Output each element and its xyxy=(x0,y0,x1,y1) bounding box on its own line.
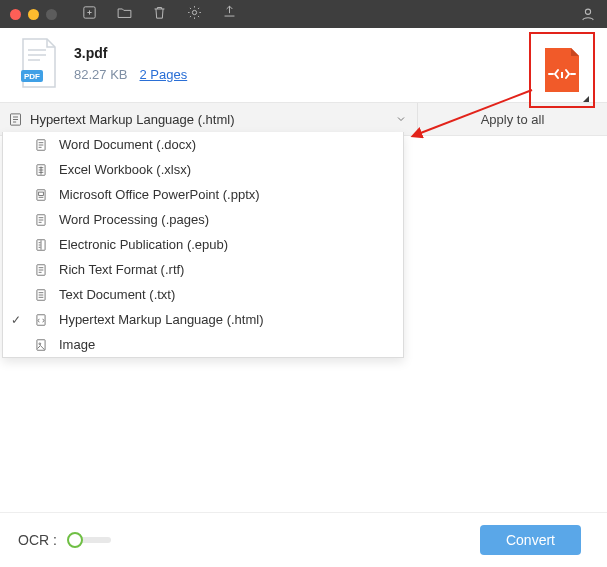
format-option-label: Hypertext Markup Language (.html) xyxy=(59,312,393,327)
filetype-icon xyxy=(33,288,49,302)
svg-rect-9 xyxy=(37,189,45,200)
footer: OCR : Convert xyxy=(0,512,607,567)
add-folder-icon[interactable] xyxy=(116,4,133,25)
account-icon[interactable] xyxy=(579,5,597,27)
format-option-label: Word Processing (.pages) xyxy=(59,212,393,227)
delete-icon[interactable] xyxy=(151,4,168,25)
pdf-file-icon: PDF xyxy=(18,38,60,88)
svg-rect-10 xyxy=(39,192,44,196)
add-file-icon[interactable] xyxy=(81,4,98,25)
svg-point-17 xyxy=(39,342,41,344)
file-row: PDF 3.pdf 82.27 KB 2 Pages xyxy=(0,28,607,102)
filetype-icon xyxy=(33,313,49,327)
format-option-rtf[interactable]: Rich Text Format (.rtf) xyxy=(3,257,403,282)
format-option-label: Text Document (.txt) xyxy=(59,287,393,302)
filetype-icon xyxy=(33,163,49,177)
svg-rect-5 xyxy=(561,72,563,78)
file-name: 3.pdf xyxy=(74,45,187,61)
format-option-label: Word Document (.docx) xyxy=(59,137,393,152)
toggle-knob xyxy=(67,532,83,548)
svg-text:PDF: PDF xyxy=(24,72,40,81)
svg-point-2 xyxy=(585,9,590,14)
format-type-icon xyxy=(0,112,30,127)
format-option-image[interactable]: Image xyxy=(3,332,403,357)
filetype-icon xyxy=(33,138,49,152)
filetype-icon xyxy=(33,263,49,277)
format-option-docx[interactable]: Word Document (.docx) xyxy=(3,132,403,157)
check-icon: ✓ xyxy=(9,313,23,327)
file-size: 82.27 KB xyxy=(74,67,128,82)
file-meta: 3.pdf 82.27 KB 2 Pages xyxy=(74,45,187,82)
toolbar-icons xyxy=(81,4,238,25)
format-option-txt[interactable]: Text Document (.txt) xyxy=(3,282,403,307)
format-option-label: Electronic Publication (.epub) xyxy=(59,237,393,252)
page-count-link[interactable]: 2 Pages xyxy=(140,67,188,82)
titlebar xyxy=(0,0,607,28)
filetype-icon xyxy=(33,213,49,227)
chevron-down-icon xyxy=(385,113,417,125)
ocr-toggle[interactable] xyxy=(67,532,113,548)
filetype-icon xyxy=(33,238,49,252)
ocr-control: OCR : xyxy=(18,532,113,548)
convert-button[interactable]: Convert xyxy=(480,525,581,555)
format-bar: Hypertext Markup Language (.html) Apply … xyxy=(0,102,607,136)
format-dropdown: Word Document (.docx) Excel Workbook (.x… xyxy=(2,132,404,358)
format-option-label: Rich Text Format (.rtf) xyxy=(59,262,393,277)
format-option-html[interactable]: ✓ Hypertext Markup Language (.html) xyxy=(3,307,403,332)
export-icon[interactable] xyxy=(221,4,238,25)
format-select-label: Hypertext Markup Language (.html) xyxy=(30,112,385,127)
format-option-label: Microsoft Office PowerPoint (.pptx) xyxy=(59,187,393,202)
output-format-preview[interactable] xyxy=(529,32,595,108)
format-option-epub[interactable]: Electronic Publication (.epub) xyxy=(3,232,403,257)
ocr-label: OCR : xyxy=(18,532,57,548)
format-option-label: Image xyxy=(59,337,393,352)
settings-icon[interactable] xyxy=(186,4,203,25)
dropdown-corner-icon xyxy=(583,96,589,102)
format-option-label: Excel Workbook (.xlsx) xyxy=(59,162,393,177)
filetype-icon xyxy=(33,338,49,352)
window-controls xyxy=(10,9,57,20)
format-option-pages[interactable]: Word Processing (.pages) xyxy=(3,207,403,232)
format-select[interactable]: Hypertext Markup Language (.html) xyxy=(0,103,418,135)
zoom-window-button[interactable] xyxy=(46,9,57,20)
filetype-icon xyxy=(33,188,49,202)
apply-to-all-button[interactable]: Apply to all xyxy=(418,112,607,127)
format-option-xlsx[interactable]: Excel Workbook (.xlsx) xyxy=(3,157,403,182)
minimize-window-button[interactable] xyxy=(28,9,39,20)
format-option-pptx[interactable]: Microsoft Office PowerPoint (.pptx) xyxy=(3,182,403,207)
close-window-button[interactable] xyxy=(10,9,21,20)
svg-point-1 xyxy=(192,10,196,14)
